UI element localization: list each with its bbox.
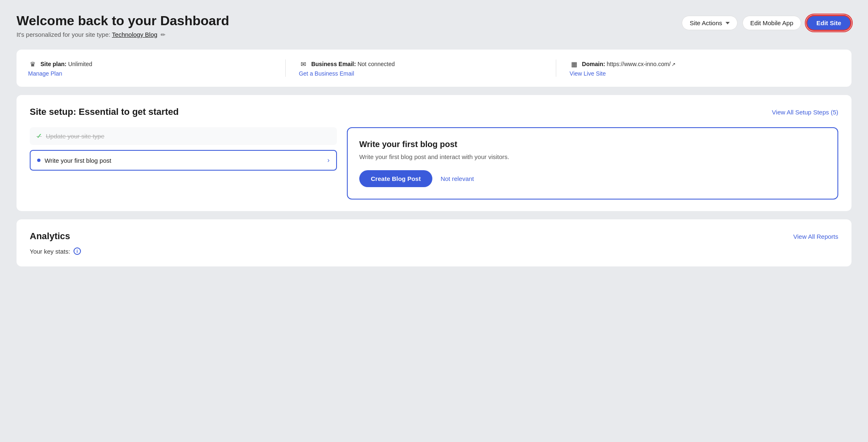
page-title: Welcome back to your Dashboard [17,13,229,29]
info-bar-card: ♛ Site plan: Unlimited Manage Plan ✉ Bus… [17,50,851,87]
info-icon[interactable]: i [74,247,81,255]
not-relevant-button[interactable]: Not relevant [441,175,474,182]
site-type-link[interactable]: Technology Blog [112,31,157,38]
chevron-down-icon [726,22,730,24]
manage-plan-link[interactable]: Manage Plan [28,70,272,77]
key-stats: Your key stats: i [30,247,838,255]
setup-detail-title: Write your first blog post [359,140,826,149]
setup-header: Site setup: Essential to get started Vie… [30,107,838,117]
setup-content: ✓ Update your site type Write your first… [30,127,838,200]
crown-icon: ♛ [28,59,37,69]
view-all-reports-link[interactable]: View All Reports [793,233,838,240]
edit-mobile-button[interactable]: Edit Mobile App [742,16,801,30]
domain-icon: ▦ [569,59,579,69]
external-link-icon: ↗ [671,62,676,67]
email-info: ✉ Business Email: Not connected Get a Bu… [299,59,557,77]
view-live-site-link[interactable]: View Live Site [569,70,813,77]
analytics-title: Analytics [30,231,70,242]
checkmark-icon: ✓ [36,132,42,140]
analytics-header: Analytics View All Reports [30,231,838,242]
site-actions-button[interactable]: Site Actions [682,16,737,30]
setup-detail-actions: Create Blog Post Not relevant [359,170,826,187]
edit-site-type-icon[interactable]: ✏ [161,31,166,38]
step-dot-icon [37,159,40,162]
step-chevron-icon: › [327,157,330,164]
setup-card: Site setup: Essential to get started Vie… [17,95,851,211]
view-all-setup-link[interactable]: View All Setup Steps (5) [772,109,838,116]
setup-steps-list: ✓ Update your site type Write your first… [30,127,337,200]
plan-info: ♛ Site plan: Unlimited Manage Plan [28,59,286,77]
page-header: Welcome back to your Dashboard It's pers… [17,13,851,38]
completed-step: ✓ Update your site type [30,127,337,145]
subtitle: It's personalized for your site type: Te… [17,31,229,38]
header-left: Welcome back to your Dashboard It's pers… [17,13,229,38]
header-actions: Site Actions Edit Mobile App Edit Site [682,15,851,31]
edit-site-button[interactable]: Edit Site [806,15,851,31]
get-business-email-link[interactable]: Get a Business Email [299,70,543,77]
info-bar: ♛ Site plan: Unlimited Manage Plan ✉ Bus… [28,59,840,77]
create-blog-post-button[interactable]: Create Blog Post [359,170,432,187]
domain-info: ▦ Domain: https://www.cx-inno.com/↗ View… [569,59,827,77]
analytics-card: Analytics View All Reports Your key stat… [17,219,851,266]
active-step[interactable]: Write your first blog post › [30,150,337,171]
email-icon: ✉ [299,59,308,69]
setup-detail-description: Write your first blog post and interact … [359,153,826,160]
setup-title: Site setup: Essential to get started [30,107,179,117]
setup-detail-panel: Write your first blog post Write your fi… [347,127,838,200]
